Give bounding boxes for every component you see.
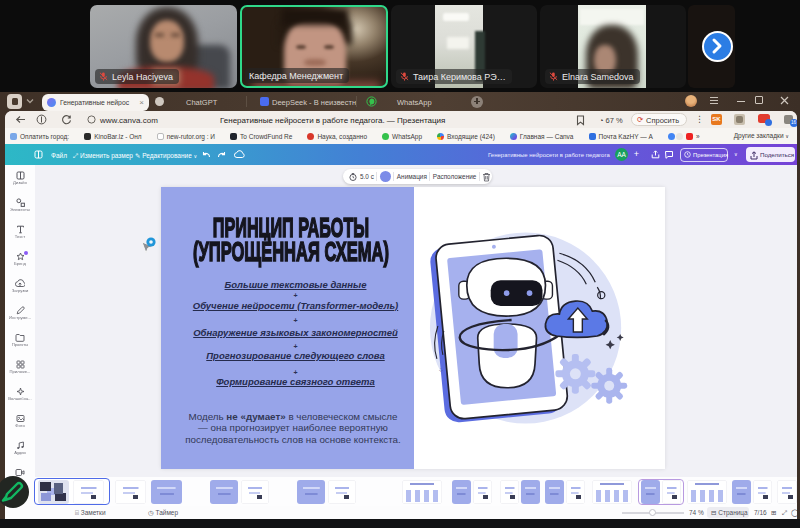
svg-text:⁘: ⁘ (438, 367, 444, 374)
